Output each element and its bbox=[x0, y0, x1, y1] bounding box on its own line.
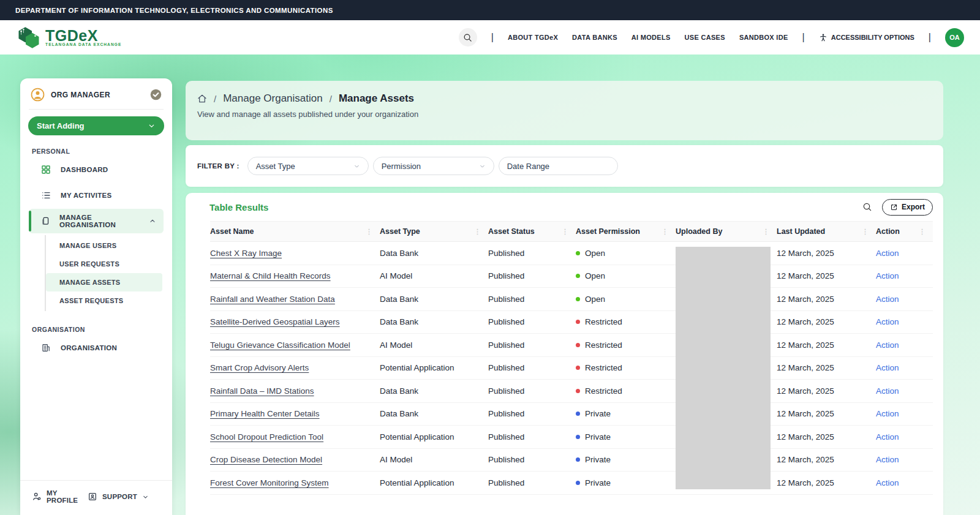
action-link[interactable]: Action bbox=[876, 249, 899, 258]
column-header[interactable]: Asset Permission ⋮ bbox=[576, 227, 676, 236]
permission-label: Private bbox=[585, 455, 611, 464]
action-cell: Action bbox=[876, 409, 933, 418]
uploaded-by-redaction-block bbox=[676, 247, 771, 489]
asset-name-link[interactable]: Forest Cover Monitoring System bbox=[210, 478, 329, 487]
breadcrumb-manage-organisation[interactable]: Manage Organisation bbox=[223, 92, 323, 105]
main-background: ORG MANAGER Start Adding PERSONAL DASHBO… bbox=[0, 55, 980, 515]
asset-type-dropdown[interactable]: Asset Type bbox=[247, 157, 369, 175]
column-header[interactable]: Last Updated ⋮ bbox=[777, 227, 876, 236]
column-header[interactable]: Asset Status ⋮ bbox=[488, 227, 576, 236]
asset-name-link[interactable]: Crop Disease Detection Model bbox=[210, 455, 322, 464]
support-icon bbox=[88, 492, 97, 502]
table-body: Chest X Ray Image Data Bank Published Op… bbox=[210, 242, 933, 495]
asset-name-link[interactable]: Smart Crop Advisory Alerts bbox=[210, 363, 309, 372]
column-header[interactable]: Asset Type ⋮ bbox=[380, 227, 488, 236]
action-link[interactable]: Action bbox=[876, 409, 899, 418]
column-menu-icon[interactable]: ⋮ bbox=[366, 228, 372, 236]
home-icon[interactable] bbox=[197, 94, 207, 103]
activities-list-icon bbox=[41, 190, 51, 200]
sidebar-item-manage-organisation[interactable]: MANAGE ORGANISATION bbox=[29, 209, 164, 233]
column-header[interactable]: Uploaded By ⋮ bbox=[676, 227, 777, 236]
breadcrumb-separator: / bbox=[330, 94, 332, 104]
asset-permission-cell: Restricted bbox=[576, 363, 676, 372]
header-search-button[interactable] bbox=[459, 28, 477, 47]
action-link[interactable]: Action bbox=[876, 478, 899, 487]
permission-dropdown[interactable]: Permission bbox=[373, 157, 494, 175]
sidebar-subitem[interactable]: USER REQUESTS bbox=[46, 255, 162, 273]
action-cell: Action bbox=[876, 249, 933, 258]
action-cell: Action bbox=[876, 455, 933, 464]
column-menu-icon[interactable]: ⋮ bbox=[474, 228, 481, 236]
last-updated-cell: 12 March, 2025 bbox=[777, 363, 876, 372]
permission-label: Restricted bbox=[585, 386, 622, 396]
asset-name-link[interactable]: Primary Health Center Details bbox=[210, 409, 320, 418]
asset-name-link[interactable]: Maternal & Child Health Records bbox=[210, 271, 331, 280]
asset-name-cell: School Dropout Prediction Tool bbox=[210, 432, 380, 442]
start-adding-button[interactable]: Start Adding bbox=[28, 116, 164, 135]
action-link[interactable]: Action bbox=[876, 432, 899, 442]
column-menu-icon[interactable]: ⋮ bbox=[763, 228, 769, 236]
table-row: Rainfall and Weather Station Data Data B… bbox=[210, 288, 933, 311]
user-avatar[interactable]: OA bbox=[945, 28, 964, 47]
action-link[interactable]: Action bbox=[876, 271, 899, 280]
asset-name-link[interactable]: Rainfall Data – IMD Stations bbox=[210, 386, 314, 396]
permission-label: Open bbox=[585, 295, 605, 304]
sidebar-subitem[interactable]: ASSET REQUESTS bbox=[46, 291, 162, 310]
asset-name-link[interactable]: Telugu Grievance Classification Model bbox=[210, 340, 350, 350]
header-nav-item[interactable]: DATA BANKS bbox=[572, 34, 617, 41]
action-link[interactable]: Action bbox=[876, 386, 899, 396]
sidebar-subitem-label: MANAGE ASSETS bbox=[59, 279, 120, 286]
header-nav-item[interactable]: SANDBOX IDE bbox=[739, 34, 788, 41]
asset-permission-cell: Restricted bbox=[576, 340, 676, 350]
date-range-input[interactable]: Date Range bbox=[499, 157, 618, 175]
export-button[interactable]: Export bbox=[882, 199, 933, 216]
sidebar-item-my-activities[interactable]: MANAGE ORGANISATION MY ACTIVITES bbox=[29, 183, 164, 208]
asset-name-link[interactable]: Chest X Ray Image bbox=[210, 249, 282, 258]
logo-tagline: TELANGANA DATA EXCHANGE bbox=[45, 42, 122, 47]
column-menu-icon[interactable]: ⋮ bbox=[919, 228, 925, 236]
table-search-icon[interactable] bbox=[862, 202, 872, 212]
asset-name-link[interactable]: Satellite-Derived Geospatial Layers bbox=[210, 317, 340, 326]
permission-dot bbox=[576, 274, 580, 278]
asset-status-cell: Published bbox=[488, 432, 576, 442]
action-link[interactable]: Action bbox=[876, 295, 899, 304]
action-link[interactable]: Action bbox=[876, 340, 899, 350]
action-link[interactable]: Action bbox=[876, 363, 899, 372]
sidebar-subitem[interactable]: MANAGE USERS bbox=[46, 236, 162, 255]
column-header-label: Last Updated bbox=[777, 227, 825, 236]
last-updated-cell: 12 March, 2025 bbox=[777, 409, 876, 418]
column-header[interactable]: Asset Name ⋮ bbox=[210, 227, 380, 236]
last-updated-cell: 12 March, 2025 bbox=[777, 478, 876, 487]
permission-label: Open bbox=[585, 271, 605, 280]
last-updated-cell: 12 March, 2025 bbox=[777, 432, 876, 442]
action-link[interactable]: Action bbox=[876, 455, 899, 464]
tgdex-logo[interactable]: TGDeX TELANGANA DATA EXCHANGE bbox=[16, 26, 122, 49]
divider: | bbox=[491, 32, 494, 43]
asset-type-cell: Data Bank bbox=[380, 386, 488, 396]
accessibility-options-button[interactable]: ACCESSIBILITY OPTIONS bbox=[819, 33, 914, 42]
sidebar-item-dashboard[interactable]: DASHBOARD bbox=[29, 157, 164, 182]
asset-name-link[interactable]: Rainfall and Weather Station Data bbox=[210, 295, 335, 304]
column-menu-icon[interactable]: ⋮ bbox=[662, 228, 668, 236]
permission-dot bbox=[576, 297, 580, 301]
asset-name-cell: Rainfall and Weather Station Data bbox=[210, 295, 380, 304]
action-link[interactable]: Action bbox=[876, 317, 899, 326]
divider: | bbox=[929, 32, 931, 43]
asset-type-cell: Data Bank bbox=[380, 249, 488, 258]
header-nav-item[interactable]: ABOUT TGDeX bbox=[508, 34, 558, 41]
column-menu-icon[interactable]: ⋮ bbox=[562, 228, 568, 236]
asset-name-link[interactable]: School Dropout Prediction Tool bbox=[210, 432, 323, 442]
support-button[interactable]: SUPPORT bbox=[88, 492, 149, 502]
sidebar-subitem[interactable]: MANAGE ASSETS bbox=[46, 273, 162, 291]
asset-name-cell: Primary Health Center Details bbox=[210, 409, 380, 418]
my-profile-label: MY PROFILE bbox=[47, 489, 88, 504]
last-updated-cell: 12 March, 2025 bbox=[777, 455, 876, 464]
my-profile-button[interactable]: MY PROFILE bbox=[32, 489, 88, 504]
header-nav-item[interactable]: USE CASES bbox=[685, 34, 725, 41]
column-menu-icon[interactable]: ⋮ bbox=[862, 228, 869, 236]
action-cell: Action bbox=[876, 363, 933, 372]
sidebar-item-organisation[interactable]: ORGANISATION bbox=[29, 336, 164, 360]
header-nav-item[interactable]: AI MODELS bbox=[631, 34, 671, 41]
column-header[interactable]: Action ⋮ bbox=[876, 227, 933, 236]
permission-label: Restricted bbox=[585, 363, 622, 372]
